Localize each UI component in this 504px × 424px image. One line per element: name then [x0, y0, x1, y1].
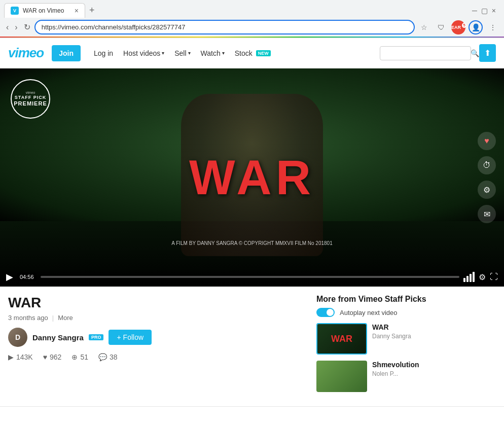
autoplay-row: Autoplay next video — [316, 308, 496, 317]
war-title-overlay: WAR — [189, 150, 315, 205]
video-meta: 3 months ago | More — [8, 314, 298, 322]
tab-close-button[interactable]: × — [75, 7, 79, 15]
video-sidebar-icons: ♥ ⏱ ⚙ ✉ — [478, 132, 496, 223]
shield-icon: 🛡 — [434, 20, 448, 34]
header-nav: Log in Host videos ▾ Sell ▾ Watch ▾ Stoc… — [89, 49, 276, 57]
video-stats: ▶ 143K ♥ 962 ⊕ 51 💬 38 — [8, 353, 298, 361]
video-info-section: WAR 3 months ago | More D Danny Sangra P… — [0, 287, 504, 407]
address-bar[interactable] — [34, 20, 415, 34]
video-subtitle: A FILM BY DANNY SANGRA © COPYRIGHT MMXVI… — [171, 240, 332, 246]
stat-likes: ♥ 962 — [43, 353, 62, 361]
volume-bars[interactable] — [463, 272, 475, 282]
video-background: WAR A FILM BY DANNY SANGRA © COPYRIGHT M… — [0, 68, 504, 287]
nav-watch[interactable]: Watch ▾ — [196, 49, 230, 57]
staff-pick-badge: vimeo STAFF PICK PREMIERE — [10, 79, 51, 119]
menu-button[interactable]: ⋮ — [486, 20, 500, 34]
video-player[interactable]: WAR A FILM BY DANNY SANGRA © COPYRIGHT M… — [0, 68, 504, 287]
autoplay-toggle[interactable] — [316, 308, 335, 317]
host-arrow: ▾ — [162, 50, 164, 56]
time-ago: 3 months ago — [8, 314, 48, 322]
browser-chrome: V WAR on Vimeo × + ─ ▢ × ‹ › ↻ ☆ 🛡 EAR 5… — [0, 0, 504, 38]
autoplay-label: Autoplay next video — [340, 309, 397, 316]
collections-stat-icon: ⊕ — [71, 353, 78, 361]
stat-plays: ▶ 143K — [8, 353, 33, 361]
comments-icon: 💬 — [98, 353, 107, 361]
more-link[interactable]: More — [58, 314, 73, 322]
back-button[interactable]: ‹ — [4, 21, 11, 34]
nav-stock[interactable]: Stock NEW — [230, 49, 276, 57]
maximize-button[interactable]: ▢ — [481, 7, 488, 15]
nav-login[interactable]: Log in — [89, 49, 118, 57]
likes-count: 962 — [50, 353, 61, 361]
watch-later-icon[interactable]: ⏱ — [478, 156, 496, 174]
forward-button[interactable]: › — [13, 21, 19, 34]
collections-icon[interactable]: ⚙ — [478, 181, 496, 199]
settings-icon[interactable]: ⚙ — [479, 272, 486, 282]
pro-badge: PRO — [89, 334, 104, 340]
video-title: WAR — [8, 295, 298, 311]
nav-sell[interactable]: Sell ▾ — [169, 49, 195, 57]
close-window-button[interactable]: × — [492, 7, 496, 15]
war-thumb-bg: WAR — [317, 324, 366, 354]
related-title-war: WAR — [372, 323, 496, 331]
related-title-shmevo: Shmevolution — [372, 361, 496, 369]
avatar: D — [8, 328, 27, 347]
related-info-shmevo: Shmevolution Nolen P... — [372, 361, 496, 392]
search-icon[interactable]: 🔍 — [471, 49, 479, 57]
tab-favicon: V — [11, 7, 19, 15]
plays-count: 143K — [16, 353, 33, 361]
color-band — [0, 37, 504, 38]
related-info-war: WAR Danny Sangra — [372, 323, 496, 355]
ext-badge: 5 — [462, 23, 466, 28]
vimeo-logo[interactable]: vimeo — [8, 45, 44, 61]
shmevo-thumb-bg — [316, 361, 367, 392]
related-thumb-war: WAR — [316, 323, 367, 355]
follow-label: Follow — [123, 333, 143, 341]
new-tab-button[interactable]: + — [85, 3, 99, 18]
related-channel-shmevo: Nolen P... — [372, 370, 496, 377]
profile-button[interactable]: 👤 — [469, 20, 483, 34]
tab-bar: V WAR on Vimeo × + — [4, 3, 99, 18]
related-channel-war: Danny Sangra — [372, 333, 496, 340]
title-bar: V WAR on Vimeo × + ─ ▢ × — [0, 0, 504, 18]
vimeo-header: vimeo Join Log in Host videos ▾ Sell ▾ W… — [0, 38, 504, 68]
related-video-shmevo[interactable]: Shmevolution Nolen P... — [316, 361, 496, 392]
ext-label: EAR — [451, 25, 461, 30]
video-main-info: WAR 3 months ago | More D Danny Sangra P… — [8, 295, 298, 398]
play-button[interactable]: ▶ — [6, 271, 13, 282]
stat-collections: ⊕ 51 — [71, 353, 88, 361]
war-thumb-text: WAR — [331, 334, 352, 344]
header-search: 🔍 — [380, 46, 471, 60]
collections-count: 51 — [80, 353, 88, 361]
staff-pick-circle: vimeo STAFF PICK PREMIERE — [11, 79, 50, 119]
watch-arrow: ▾ — [222, 50, 225, 56]
meta-separator: | — [52, 314, 54, 322]
share-icon[interactable]: ✉ — [478, 205, 496, 223]
join-button[interactable]: Join — [52, 45, 81, 61]
follow-button[interactable]: + Follow — [109, 330, 152, 345]
refresh-button[interactable]: ↻ — [22, 20, 32, 34]
channel-row: D Danny Sangra PRO + Follow — [8, 328, 298, 347]
vol-bar-3 — [470, 274, 472, 282]
sell-arrow: ▾ — [188, 50, 191, 56]
vol-bar-4 — [473, 272, 475, 282]
bookmark-button[interactable]: ☆ — [417, 20, 431, 34]
nav-host[interactable]: Host videos ▾ — [118, 49, 169, 57]
minimize-button[interactable]: ─ — [472, 7, 477, 15]
comments-count: 38 — [110, 353, 118, 361]
search-input[interactable] — [385, 49, 471, 57]
upload-button[interactable]: ⬆ — [479, 44, 496, 62]
progress-bar[interactable] — [41, 276, 459, 278]
active-tab[interactable]: V WAR on Vimeo × — [4, 3, 85, 18]
plays-icon: ▶ — [8, 353, 14, 361]
video-controls: ▶ 04:56 ⚙ ⛶ — [0, 267, 504, 287]
channel-name: Danny Sangra — [32, 333, 84, 342]
time-display: 04:56 — [17, 273, 37, 281]
like-icon[interactable]: ♥ — [478, 132, 496, 150]
staff-text: STAFF PICK — [15, 95, 46, 100]
sidebar-header: More from Vimeo Staff Picks — [316, 295, 496, 304]
extension-icon[interactable]: EAR 5 — [451, 20, 465, 34]
likes-icon: ♥ — [43, 353, 47, 361]
related-video-war[interactable]: WAR WAR Danny Sangra — [316, 323, 496, 355]
fullscreen-icon[interactable]: ⛶ — [490, 272, 498, 281]
